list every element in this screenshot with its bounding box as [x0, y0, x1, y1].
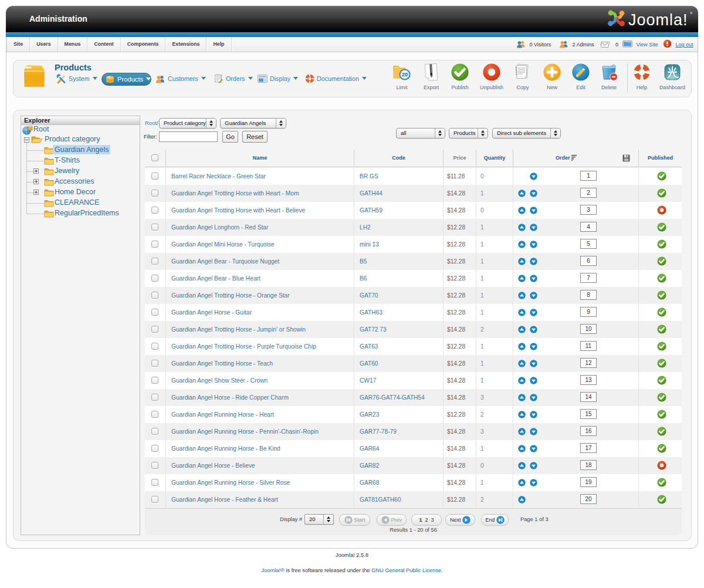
svg-text:20: 20	[402, 72, 408, 77]
